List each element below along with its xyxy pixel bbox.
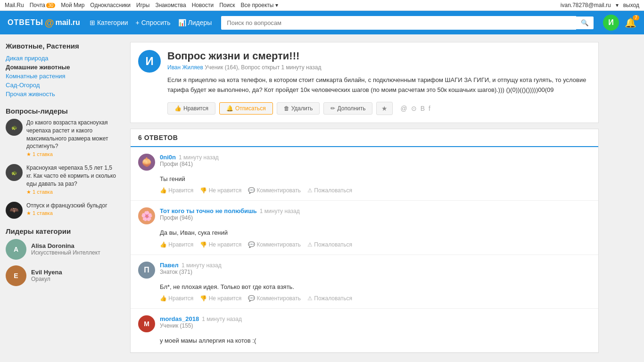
answer-comment-3[interactable]: 💬 Комментировать xyxy=(248,295,301,302)
category-leader-1: A Alisa Doronina Искусственный Интеллект xyxy=(6,239,117,260)
answer-user-info-1: 0ni0n 1 минуту назад xyxy=(160,154,219,161)
answer-report-1[interactable]: ⚠ Пожаловаться xyxy=(307,187,352,194)
bar-icon: 📊 xyxy=(178,19,186,26)
category-title: Животные, Растения xyxy=(6,42,117,50)
answer-report-2[interactable]: ⚠ Пожаловаться xyxy=(307,241,352,248)
sidebar-link-prochaya[interactable]: Прочая живность xyxy=(6,90,117,99)
top-nav-left: Mail.Ru Почта30 Мой Мир Одноклассники Иг… xyxy=(5,2,278,8)
notification-badge: 7 xyxy=(633,15,639,20)
top-nav-user-email[interactable]: ivan.78278@mail.ru xyxy=(561,2,611,8)
question-meta: Иван Жиляев Ученик (164), Вопрос открыт … xyxy=(167,64,591,71)
categories-nav-item[interactable]: ⊞ Категории xyxy=(90,19,128,26)
answer-avatar-1: 🧅 xyxy=(138,154,155,171)
header-right: И 🔔 7 xyxy=(603,15,636,31)
answer-item-2: 🌸 Тот кого ты точно не полюбишь 1 минуту… xyxy=(131,201,598,255)
logo-domain: mail.ru xyxy=(55,18,80,27)
search-button[interactable]: 🔍 xyxy=(576,16,594,29)
sidebar-link-domashnie[interactable]: Домашние животные xyxy=(6,63,117,72)
top-nav-moimir[interactable]: Мой Мир xyxy=(61,2,84,8)
category-section: Животные, Растения Дикая природа Домашни… xyxy=(6,42,117,99)
answer-like-3[interactable]: 👍 Нравится xyxy=(160,295,193,302)
user-avatar[interactable]: И xyxy=(603,15,619,31)
bell-icon: 🔔 xyxy=(226,105,233,112)
answer-username-1[interactable]: 0ni0n xyxy=(160,154,176,161)
category-leader-role-2: Оракул xyxy=(31,276,62,282)
answer-dislike-2[interactable]: 👎 Не нравится xyxy=(200,241,241,248)
answer-username-4[interactable]: mordas_2018 xyxy=(160,315,199,322)
sidebar-link-komnatnye[interactable]: Комнатные растения xyxy=(6,72,117,81)
answer-dislike-1[interactable]: 👎 Не нравится xyxy=(200,187,241,194)
page-layout: Животные, Растения Дикая природа Домашни… xyxy=(0,34,644,361)
answer-text-3: Бл*, не плохая идея. Только вот где кота… xyxy=(160,282,591,292)
subscribe-button[interactable]: 🔔 Отписаться xyxy=(219,102,273,115)
leader-q-stars-1: ★ 1 ставка xyxy=(26,151,117,157)
notifications-button[interactable]: 🔔 7 xyxy=(625,17,636,28)
leaders-label: Лидеры xyxy=(188,19,212,26)
category-leader-name-2: Evil Hyena xyxy=(31,269,62,276)
facebook-icon[interactable]: f xyxy=(429,105,430,112)
top-nav-logout[interactable]: выход xyxy=(623,2,639,8)
category-leader-avatar-1: A xyxy=(6,239,26,260)
answer-time-3: 1 минуту назад xyxy=(182,262,222,269)
answer-like-2[interactable]: 👍 Нравится xyxy=(160,241,193,248)
answer-time-2: 1 минуту назад xyxy=(260,208,300,214)
plus-icon: + xyxy=(136,19,140,26)
question-author-link[interactable]: Иван Жиляев xyxy=(167,64,203,71)
leader-q-stars-2: ★ 1 ставка xyxy=(26,189,117,195)
ask-nav-item[interactable]: + Спросить xyxy=(136,19,171,26)
logo-answers-text: ОТВЕТЫ xyxy=(8,18,43,27)
trash-icon: 🗑 xyxy=(284,105,289,112)
leader-question-1: 🐢 До какого возраста красноухая черепаха… xyxy=(6,119,117,157)
logo-at-icon: @ xyxy=(45,17,54,28)
answer-username-3[interactable]: Павел xyxy=(160,262,179,269)
odnoklassniki-icon[interactable]: ⊙ xyxy=(411,105,417,112)
answer-header-4: M mordas_2018 1 минуту назад Ученик (155… xyxy=(138,315,591,332)
leader-q-stars-3: ★ 1 ставка xyxy=(26,210,107,216)
leaders-nav-item[interactable]: 📊 Лидеры xyxy=(178,19,212,26)
question-rank: Ученик (164), xyxy=(205,64,239,71)
top-nav-mailru[interactable]: Mail.Ru xyxy=(5,2,24,8)
answer-text-1: Ты гений xyxy=(160,174,591,184)
question-time: Вопрос открыт 1 минуту назад xyxy=(241,64,321,71)
leader-q-text-1: До какого возраста красноухая черепаха р… xyxy=(26,119,117,150)
answer-actions-3: 👍 Нравится 👎 Не нравится 💬 Комментироват… xyxy=(160,295,591,302)
delete-button[interactable]: 🗑 Удалить xyxy=(277,102,320,115)
email-share-icon[interactable]: @ xyxy=(400,105,407,112)
vk-icon[interactable]: B xyxy=(421,105,425,112)
answer-actions-2: 👍 Нравится 👎 Не нравится 💬 Комментироват… xyxy=(160,241,591,248)
answer-username-2[interactable]: Тот кого ты точно не полюбишь xyxy=(160,207,257,214)
answer-header-2: 🌸 Тот кого ты точно не полюбишь 1 минуту… xyxy=(138,207,591,224)
sidebar-link-sad[interactable]: Сад-Огород xyxy=(6,81,117,90)
ask-label: Спросить xyxy=(141,19,171,26)
answer-comment-2[interactable]: 💬 Комментировать xyxy=(248,241,301,248)
category-leader-avatar-2: E xyxy=(6,265,26,286)
add-button[interactable]: ✏ Дополнить xyxy=(323,102,372,115)
header-navigation: ⊞ Категории + Спросить 📊 Лидеры xyxy=(90,19,212,26)
top-navigation: Mail.Ru Почта30 Мой Мир Одноклассники Иг… xyxy=(0,0,644,11)
category-leaders-title: Лидеры категории xyxy=(6,227,117,235)
sidebar-link-dikaya[interactable]: Дикая природа xyxy=(6,54,117,63)
answer-dislike-3[interactable]: 👎 Не нравится xyxy=(200,295,241,302)
grid-icon: ⊞ xyxy=(90,19,95,26)
top-nav-odnoklassniki[interactable]: Одноклассники xyxy=(90,2,131,8)
star-button[interactable]: ★ xyxy=(376,102,393,115)
answer-like-1[interactable]: 👍 Нравится xyxy=(160,187,193,194)
top-nav-pochta[interactable]: Почта30 xyxy=(30,2,55,8)
like-button[interactable]: 👍 Нравится xyxy=(167,102,215,115)
answer-report-3[interactable]: ⚠ Пожаловаться xyxy=(307,295,352,302)
leaders-questions-section: Вопросы-лидеры 🐢 До какого возраста крас… xyxy=(6,107,117,219)
top-nav-novosti[interactable]: Новости xyxy=(192,2,214,8)
top-nav-all-projects[interactable]: Все проекты ▾ xyxy=(240,2,278,8)
top-nav-znakomstva[interactable]: Знакомства xyxy=(155,2,186,8)
answer-time-1: 1 минуту назад xyxy=(179,154,219,161)
answer-text-2: Да вы, Иван, сука гений xyxy=(160,228,591,238)
top-nav-igry[interactable]: Игры xyxy=(136,2,149,8)
question-actions: 👍 Нравится 🔔 Отписаться 🗑 Удалить ✏ xyxy=(167,102,591,115)
top-nav-poisk[interactable]: Поиск xyxy=(219,2,235,8)
leader-question-2: 🐢 Красноухая черепаха 5,5 лет 1,5 кг. Ка… xyxy=(6,164,117,195)
leader-q-text-2: Красноухая черепаха 5,5 лет 1,5 кг. Как … xyxy=(26,164,117,188)
search-input[interactable] xyxy=(221,16,576,30)
answer-time-4: 1 минуту назад xyxy=(202,316,242,322)
answer-comment-1[interactable]: 💬 Комментировать xyxy=(248,187,301,194)
mail-badge: 30 xyxy=(46,3,55,8)
